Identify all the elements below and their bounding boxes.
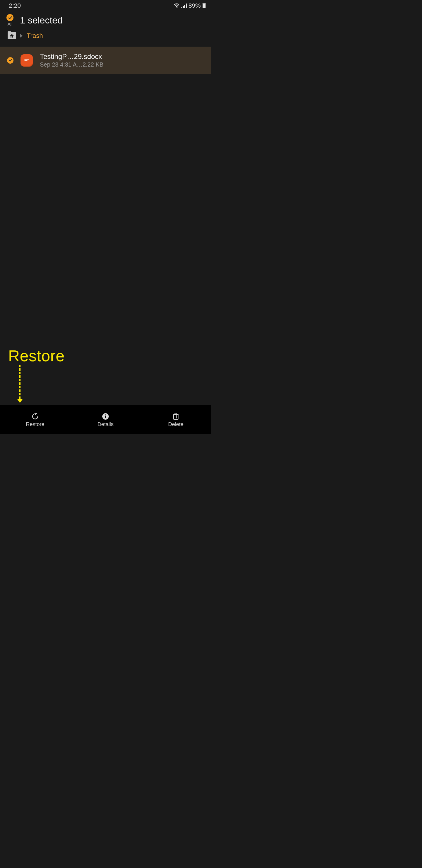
status-right: ↓↑ 89% xyxy=(174,2,206,9)
status-battery-text: 89% xyxy=(188,2,201,9)
row-checkmark-icon xyxy=(7,57,13,64)
document-icon xyxy=(21,54,33,67)
details-button[interactable]: Details xyxy=(88,412,123,428)
restore-button[interactable]: Restore xyxy=(18,412,53,428)
restore-icon xyxy=(31,412,39,420)
svg-rect-4 xyxy=(186,3,187,8)
file-info: TestingP…29.sdocx Sep 23 4:31 A…2.22 KB xyxy=(40,53,205,68)
select-all-checkmark-icon xyxy=(6,14,13,21)
status-time: 2:20 xyxy=(9,2,21,9)
svg-rect-13 xyxy=(173,414,178,419)
status-bar: 2:20 ↓↑ 89% xyxy=(0,0,211,11)
breadcrumb: Trash xyxy=(0,29,211,45)
info-icon xyxy=(102,412,109,420)
svg-rect-1 xyxy=(182,7,182,8)
annotation-arrow-icon xyxy=(17,365,23,403)
breadcrumb-separator-icon xyxy=(20,34,23,37)
details-label: Details xyxy=(97,422,113,428)
svg-rect-3 xyxy=(184,5,185,8)
bottom-action-bar: Restore Details Delete xyxy=(0,405,211,434)
delete-label: Delete xyxy=(168,422,184,428)
selection-count: 1 selected xyxy=(20,15,63,26)
svg-rect-12 xyxy=(105,416,106,418)
content-area: Restore xyxy=(0,74,211,405)
selection-header: All 1 selected xyxy=(0,11,211,29)
file-name: TestingP…29.sdocx xyxy=(40,53,205,61)
breadcrumb-home-icon[interactable] xyxy=(8,32,16,39)
battery-icon xyxy=(202,3,206,8)
svg-rect-2 xyxy=(183,6,184,8)
annotation-label: Restore xyxy=(8,347,65,365)
file-meta: Sep 23 4:31 A…2.22 KB xyxy=(40,61,205,68)
svg-rect-15 xyxy=(175,413,177,414)
restore-label: Restore xyxy=(26,422,44,428)
select-all-label: All xyxy=(8,22,12,27)
delete-button[interactable]: Delete xyxy=(158,412,193,428)
signal-icon xyxy=(182,3,187,8)
trash-icon xyxy=(172,412,180,420)
svg-rect-8 xyxy=(24,59,29,60)
svg-rect-7 xyxy=(203,4,205,8)
svg-text:↓↑: ↓↑ xyxy=(176,6,178,8)
wifi-icon: ↓↑ xyxy=(174,3,180,8)
breadcrumb-current[interactable]: Trash xyxy=(27,32,43,39)
select-all-button[interactable]: All xyxy=(6,14,13,27)
svg-point-11 xyxy=(105,414,106,415)
svg-rect-9 xyxy=(24,60,28,61)
file-row[interactable]: TestingP…29.sdocx Sep 23 4:31 A…2.22 KB xyxy=(0,46,211,74)
